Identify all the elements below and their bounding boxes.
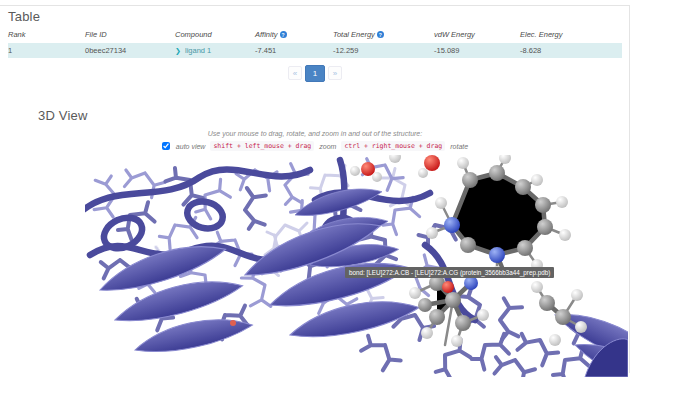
results-card: Table Rank File ID Compound Affinity ? T… xyxy=(0,5,630,373)
table-header-row: Rank File ID Compound Affinity ? Total E… xyxy=(8,28,622,41)
col-header-vdw-energy: vdW Energy xyxy=(434,30,520,39)
cell-vdw-energy: -15.089 xyxy=(434,46,520,55)
pagination-next-button[interactable]: » xyxy=(328,66,342,80)
viewer-controls-row: auto view shift + left_mouse + drag zoom… xyxy=(8,141,622,151)
auto-view-label: auto view xyxy=(176,143,206,150)
bond-tooltip: bond: [LEU]272:A.CB - [LEU]272:A.CG (pro… xyxy=(345,267,554,278)
table-row[interactable]: 1 0beec27134 ❯ ligand 1 -7.451 -12.259 -… xyxy=(8,43,622,58)
sidechain-sticks-light xyxy=(90,155,446,322)
cell-elec-energy: -8.628 xyxy=(520,46,622,55)
col-header-elec-energy: Elec. Energy xyxy=(520,30,622,39)
pagination-page-1-button[interactable]: 1 xyxy=(305,65,325,82)
col-header-total-energy: Total Energy ? xyxy=(333,30,434,39)
pagination-prev-button[interactable]: « xyxy=(288,66,302,80)
cell-rank: 1 xyxy=(8,46,85,55)
question-info-icon[interactable]: ? xyxy=(280,31,287,38)
cell-total-energy: -12.259 xyxy=(333,46,434,55)
cell-file-id: 0beec27134 xyxy=(85,46,175,55)
protein-3d-scene xyxy=(85,155,628,377)
question-info-icon[interactable]: ? xyxy=(377,31,384,38)
auto-view-checkbox[interactable] xyxy=(162,142,170,150)
rotate-shortcut-code: ctrl + right_mouse + drag xyxy=(341,141,445,151)
rotate-label: rotate xyxy=(450,143,468,150)
compound-link[interactable]: ligand 1 xyxy=(185,46,211,55)
col-header-file-id: File ID xyxy=(85,30,175,39)
cell-compound[interactable]: ❯ ligand 1 xyxy=(175,46,255,55)
molecule-3d-viewport[interactable]: bond: [LEU]272:A.CB - [LEU]272:A.CG (pro… xyxy=(85,155,628,377)
viewer-section-title: 3D View xyxy=(38,108,629,123)
pagination: « 1 » xyxy=(8,64,622,82)
zoom-label: zoom xyxy=(319,143,336,150)
chevron-right-icon[interactable]: ❯ xyxy=(175,47,181,54)
col-header-rank: Rank xyxy=(8,30,85,39)
cell-affinity: -7.451 xyxy=(255,46,333,55)
col-header-affinity: Affinity ? xyxy=(255,30,333,39)
viewer-instructions: Use your mouse to drag, rotate, and zoom… xyxy=(8,130,622,137)
table-section-title: Table xyxy=(8,9,629,24)
col-header-compound: Compound xyxy=(175,30,255,39)
zoom-shortcut-code: shift + left_mouse + drag xyxy=(210,141,314,151)
